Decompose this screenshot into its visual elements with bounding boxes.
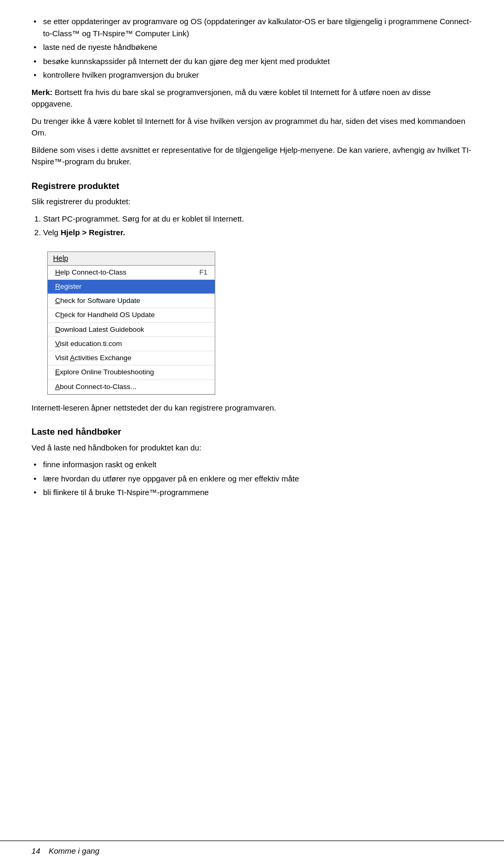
note2-paragraph: Du trenger ikke å være koblet til Intern…: [32, 116, 472, 139]
note-bold-label: Merk:: [32, 88, 52, 97]
download-bullet-2: lære hvordan du utfører nye oppgaver på …: [32, 473, 472, 485]
page-title: Komme i gang: [49, 845, 100, 857]
download-bullet-list: finne informasjon raskt og enkelt lære h…: [32, 459, 472, 499]
register-heading: Registrere produktet: [32, 180, 472, 193]
step2-prefix: Velg: [43, 228, 60, 237]
main-content: se etter oppdateringer av programvare og…: [32, 16, 472, 536]
menu-item-visit-ti-label: Visit education.ti.com: [55, 339, 122, 349]
menu-header: Help: [48, 252, 215, 266]
download-heading: Laste ned håndbøker: [32, 425, 472, 439]
download-bullet-1: finne informasjon raskt og enkelt: [32, 459, 472, 471]
register-step-1: Start PC-programmet. Sørg for at du er k…: [43, 213, 472, 225]
menu-item-check-handheld-label: Check for Handheld OS Update: [55, 310, 155, 320]
step1-text: Start PC-programmet. Sørg for at du er k…: [43, 214, 244, 223]
menu-item-explore-label: Explore Online Troubleshooting: [55, 367, 154, 377]
menu-item-visit-activities-label: Visit Activities Exchange: [55, 353, 131, 363]
bottom-bar: 14 Komme i gang: [0, 841, 504, 862]
menu-header-label: Help: [53, 254, 68, 262]
menu-item-about-label: About Connect-to-Class...: [55, 382, 136, 392]
note-text-content: Bortsett fra hvis du bare skal se progra…: [32, 88, 430, 109]
step2-bold: Hjelp > Registrer.: [60, 228, 125, 237]
menu-item-help-connect-label: Help Connect-to-Class: [55, 267, 127, 278]
menu-item-download-guidebook-label: Download Latest Guidebook: [55, 324, 144, 335]
menu-item-help-connect-shortcut: F1: [200, 267, 207, 278]
register-step-2: Velg Hjelp > Registrer.: [43, 227, 472, 239]
bullet-item-1: se etter oppdateringer av programvare og…: [32, 16, 472, 39]
download-bullet-3: bli flinkere til å bruke TI-Nspire™-prog…: [32, 487, 472, 499]
menu-item-check-software[interactable]: Check for Software Update: [48, 294, 215, 308]
bullet-item-4: kontrollere hvilken programversjon du br…: [32, 69, 472, 81]
top-bullet-list: se etter oppdateringer av programvare og…: [32, 16, 472, 81]
menu-item-register[interactable]: Register: [48, 280, 215, 294]
menu-item-visit-activities[interactable]: Visit Activities Exchange: [48, 351, 215, 365]
bullet-item-2: laste ned de nyeste håndbøkene: [32, 41, 472, 54]
note-paragraph: Merk: Bortsett fra hvis du bare skal se …: [32, 87, 472, 110]
download-intro: Ved å laste ned håndboken for produktet …: [32, 442, 472, 454]
after-menu-text: Internett-leseren åpner nettstedet der d…: [32, 402, 472, 414]
menu-item-check-software-label: Check for Software Update: [55, 296, 140, 306]
menu-item-help-connect: Help Connect-to-Class F1: [48, 266, 215, 280]
page-number: 14: [32, 845, 40, 857]
menu-item-register-label: Register: [55, 281, 81, 292]
images-note-paragraph: Bildene som vises i dette avsnittet er r…: [32, 144, 472, 168]
menu-item-download-guidebook[interactable]: Download Latest Guidebook: [48, 323, 215, 337]
menu-item-explore-troubleshooting[interactable]: Explore Online Troubleshooting: [48, 365, 215, 380]
menu-item-check-handheld[interactable]: Check for Handheld OS Update: [48, 308, 215, 322]
bullet-item-3: besøke kunnskapssider på Internett der d…: [32, 56, 472, 68]
register-intro: Slik registrerer du produktet:: [32, 196, 472, 208]
menu-screenshot: Help Help Connect-to-Class F1 Register C…: [47, 251, 215, 395]
register-steps-list: Start PC-programmet. Sørg for at du er k…: [32, 213, 472, 239]
menu-item-about[interactable]: About Connect-to-Class...: [48, 380, 215, 394]
menu-item-visit-ti[interactable]: Visit education.ti.com: [48, 337, 215, 351]
